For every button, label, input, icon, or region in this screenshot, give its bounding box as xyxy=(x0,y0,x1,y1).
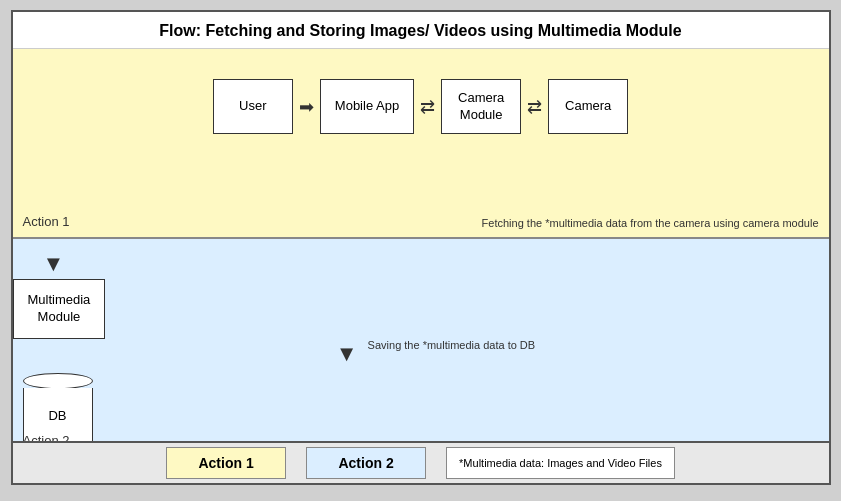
diagram-area: User ➡ Mobile App ⇄ CameraModule ⇄ xyxy=(13,49,829,441)
action2-zone: ▼ MultimediaModule ▼ Saving the *multime… xyxy=(13,239,829,441)
legend-note: *Multimedia data: Images and Video Files xyxy=(446,447,675,479)
main-container: Flow: Fetching and Storing Images/ Video… xyxy=(11,10,831,485)
db-node: DB xyxy=(23,373,93,441)
nodes-row: User ➡ Mobile App ⇄ CameraModule ⇄ xyxy=(13,49,829,134)
legend-bar: Action 1 Action 2 *Multimedia data: Imag… xyxy=(13,441,829,483)
user-node: User xyxy=(213,79,293,134)
arrow-app-camera-module: ⇄ xyxy=(420,96,435,118)
action2-label: Action 2 xyxy=(23,433,70,441)
camera-module-label: CameraModule xyxy=(458,90,504,124)
save-label: Saving the *multimedia data to DB xyxy=(368,339,536,351)
db-top xyxy=(23,373,93,389)
camera-node: Camera xyxy=(548,79,628,134)
arrow-user-to-app: ➡ xyxy=(299,96,314,118)
action1-zone: User ➡ Mobile App ⇄ CameraModule ⇄ xyxy=(13,49,829,239)
save-section: ▼ Saving the *multimedia data to DB xyxy=(13,339,829,369)
diagram-title: Flow: Fetching and Storing Images/ Video… xyxy=(13,12,829,49)
multimedia-module-node: MultimediaModule xyxy=(13,279,106,339)
arrow-multimedia-to-db: ▼ xyxy=(336,343,358,365)
action1-description: Fetching the *multimedia data from the c… xyxy=(482,217,819,229)
mobile-app-node: Mobile App xyxy=(320,79,414,134)
legend-action2: Action 2 xyxy=(306,447,426,479)
legend-action1: Action 1 xyxy=(166,447,286,479)
multimedia-label: MultimediaModule xyxy=(28,292,91,326)
arrow-camera-module-camera: ⇄ xyxy=(527,96,542,118)
arrow-app-to-multimedia: ▼ xyxy=(13,249,65,279)
action2-content: ▼ MultimediaModule ▼ Saving the *multime… xyxy=(13,239,829,441)
action1-label: Action 1 xyxy=(23,214,70,229)
camera-module-node: CameraModule xyxy=(441,79,521,134)
